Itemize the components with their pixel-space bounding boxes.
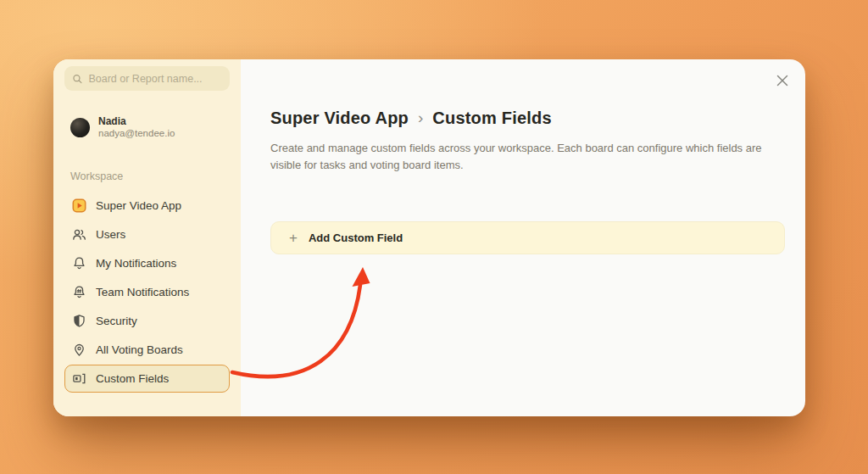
sidebar-item-users[interactable]: Users	[64, 220, 230, 248]
user-profile[interactable]: Nadia nadya@tendee.io	[64, 115, 230, 139]
users-icon	[72, 227, 86, 242]
sidebar-item-label: Security	[96, 315, 137, 327]
sidebar-item-my-notifications[interactable]: My Notifications	[64, 249, 230, 277]
main-panel: Super Video App › Custom Fields Create a…	[241, 59, 805, 416]
close-icon	[776, 74, 789, 87]
user-email: nadya@tendee.io	[98, 127, 175, 139]
page-title: Custom Fields	[432, 109, 551, 128]
add-custom-field-button[interactable]: + Add Custom Field	[270, 221, 785, 254]
pin-icon	[72, 343, 86, 357]
shield-icon	[72, 314, 86, 328]
settings-modal: Nadia nadya@tendee.io Workspace Super Vi…	[53, 59, 805, 416]
sidebar-nav: Super Video App Users	[64, 192, 230, 393]
sidebar: Nadia nadya@tendee.io Workspace Super Vi…	[53, 59, 241, 416]
workspace-section-label: Workspace	[64, 170, 230, 182]
sidebar-item-label: Custom Fields	[96, 372, 169, 385]
sidebar-item-security[interactable]: Security	[64, 307, 230, 335]
search-icon	[72, 73, 82, 85]
bell-icon	[72, 256, 86, 270]
plus-icon: +	[289, 231, 298, 245]
sidebar-item-label: Super Video App	[96, 199, 181, 212]
search-input[interactable]	[88, 73, 222, 85]
sidebar-item-team-notifications[interactable]: Team Notifications	[64, 278, 230, 306]
chevron-right-icon: ›	[418, 109, 423, 127]
sidebar-item-label: Team Notifications	[96, 286, 189, 298]
close-button[interactable]	[771, 70, 793, 92]
sidebar-item-label: All Voting Boards	[96, 343, 183, 356]
search-box[interactable]	[64, 66, 230, 91]
sidebar-item-all-voting-boards[interactable]: All Voting Boards	[64, 336, 230, 364]
sidebar-item-custom-fields[interactable]: Custom Fields	[64, 365, 230, 393]
user-name: Nadia	[98, 115, 175, 127]
breadcrumb-parent: Super Video App	[270, 109, 409, 128]
field-icon	[72, 371, 86, 386]
sidebar-item-label: Users	[96, 228, 125, 241]
add-custom-field-label: Add Custom Field	[309, 231, 403, 244]
bell-hash-icon	[72, 285, 86, 299]
page-description: Create and manage custom fields across y…	[270, 140, 785, 174]
breadcrumb: Super Video App › Custom Fields	[270, 109, 785, 128]
play-app-icon	[72, 198, 86, 213]
avatar	[70, 118, 90, 137]
sidebar-item-label: My Notifications	[96, 257, 176, 270]
user-info: Nadia nadya@tendee.io	[98, 115, 175, 139]
sidebar-item-super-video-app[interactable]: Super Video App	[64, 192, 230, 220]
